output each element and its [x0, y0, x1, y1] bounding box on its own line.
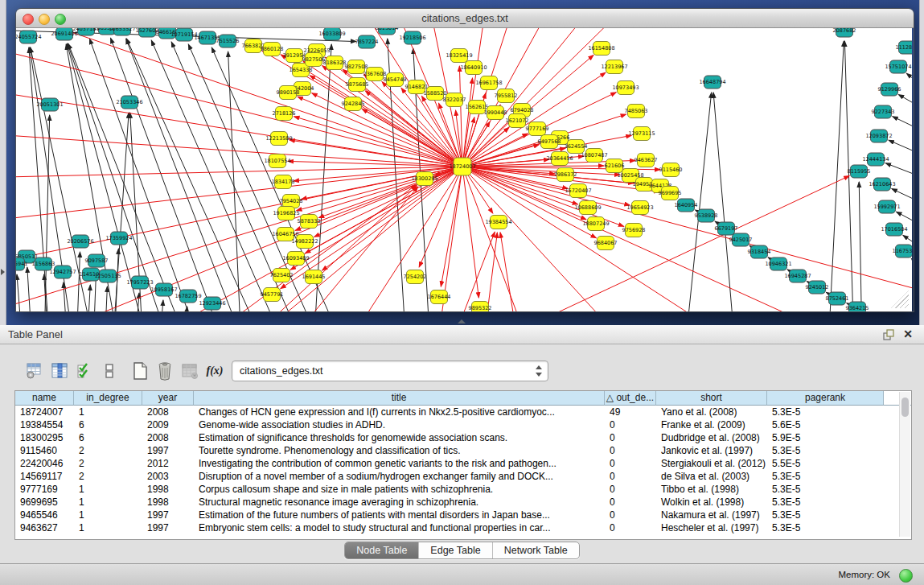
network-node[interactable]: 5875685	[346, 78, 369, 92]
table-cell[interactable]: 1	[74, 509, 142, 521]
zoom-window-button[interactable]	[55, 14, 66, 25]
table-cell[interactable]: 22420046	[15, 457, 74, 470]
table-cell[interactable]: 6	[74, 418, 142, 431]
table-cell[interactable]: Estimation of the future numbers of pati…	[194, 509, 605, 521]
network-node[interactable]: 9318454	[748, 245, 771, 258]
table-cell[interactable]: 2008	[142, 406, 194, 418]
table-cell[interactable]: 5.6E-5	[767, 418, 884, 431]
table-cell[interactable]: 14569117	[15, 470, 74, 483]
table-cell[interactable]: 1	[74, 406, 142, 418]
table-cell[interactable]: Wolkin et al. (1998)	[656, 496, 767, 509]
table-cell[interactable]: 0	[605, 470, 656, 483]
network-graph[interactable]: 2405572420691406240371811065532710653527…	[16, 28, 912, 311]
network-node[interactable]: 12444134	[862, 153, 889, 166]
network-node[interactable]: 18640910	[460, 61, 487, 75]
table-cell[interactable]: 1997	[142, 509, 194, 521]
table-scrollbar-thumb[interactable]	[901, 398, 909, 417]
table-cell[interactable]: 2	[74, 457, 142, 470]
network-node[interactable]: 10958167	[150, 283, 177, 296]
close-panel-icon[interactable]: ✕	[901, 328, 914, 340]
table-cell[interactable]: 5.3E-5	[767, 444, 884, 457]
network-node[interactable]: 7954028	[280, 195, 303, 208]
close-window-button[interactable]	[23, 14, 34, 25]
column-header-in_degree[interactable]: in_degree	[74, 391, 142, 406]
network-node[interactable]: 16648794	[699, 76, 725, 89]
table-cell[interactable]: Estimation of significance thresholds fo…	[194, 431, 605, 444]
network-node[interactable]: 7955812	[495, 89, 518, 103]
function-builder-icon[interactable]: f(x)	[204, 360, 225, 381]
network-node[interactable]: 19384554	[485, 216, 511, 229]
table-cell[interactable]: 5.3E-5	[767, 483, 884, 496]
table-cell[interactable]: Dudbridge et al. (2008)	[656, 431, 767, 444]
table-cell[interactable]: 5.3E-5	[767, 509, 884, 521]
network-node[interactable]: 6497568	[538, 135, 561, 149]
network-node[interactable]: 3624554	[565, 140, 588, 154]
table-cell[interactable]: 9463627	[15, 521, 74, 534]
column-header-title[interactable]: title	[194, 391, 605, 406]
network-node[interactable]: 9425017	[729, 233, 753, 246]
table-cell[interactable]: Corpus callosum shape and size in male p…	[194, 483, 605, 496]
table-cell[interactable]: 19384554	[15, 418, 74, 431]
column-header-year[interactable]: year	[142, 391, 194, 406]
network-node[interactable]: 17016504	[881, 223, 907, 236]
table-cell[interactable]: 5.9E-5	[767, 431, 884, 444]
network-node[interactable]: 9895322	[469, 302, 492, 312]
column-header-name[interactable]: name	[15, 391, 74, 406]
table-cell[interactable]: 1	[74, 521, 142, 534]
column-header-pagerank[interactable]: pagerank	[767, 391, 884, 406]
table-cell[interactable]: Franke et al. (2009)	[656, 418, 767, 431]
network-node[interactable]: 9364215	[846, 302, 869, 311]
table-cell[interactable]: 0	[605, 496, 656, 509]
table-cell[interactable]: 2009	[142, 418, 194, 431]
delete-icon[interactable]	[154, 360, 175, 381]
splitter-handle-icon[interactable]	[458, 319, 466, 323]
network-node[interactable]: 8752461	[826, 292, 849, 305]
table-cell[interactable]: Changes of HCN gene expression and I(f) …	[194, 406, 605, 418]
network-node[interactable]: 9890158	[277, 86, 300, 100]
network-node[interactable]: 8186328	[323, 56, 347, 70]
network-node[interactable]: 8454749	[384, 73, 407, 87]
network-node[interactable]: 9756928	[622, 224, 646, 237]
table-cell[interactable]: 0	[605, 444, 656, 457]
tab-network-table[interactable]: Network Table	[493, 542, 579, 558]
show-column-icon[interactable]	[49, 360, 70, 381]
network-node[interactable]: 1691445	[302, 270, 326, 284]
select-columns-icon[interactable]	[74, 360, 95, 381]
table-cell[interactable]: 18300295	[15, 431, 74, 444]
delete-table-icon[interactable]	[179, 360, 200, 381]
table-cell[interactable]: Disruption of a novel member of a sodium…	[194, 470, 605, 483]
table-cell[interactable]: 2012	[142, 457, 194, 470]
table-cell[interactable]: 0	[605, 521, 656, 534]
network-node[interactable]: 12093872	[865, 130, 892, 142]
table-cell[interactable]: 5.3E-5	[767, 406, 884, 418]
table-cell[interactable]: 9777169	[15, 483, 74, 496]
network-node[interactable]: 20051301	[36, 98, 63, 111]
network-node[interactable]: 1112856	[896, 41, 912, 54]
network-node[interactable]: 18325419	[446, 49, 472, 63]
column-header-short[interactable]: short	[656, 391, 767, 406]
table-cell[interactable]: Yano et al. (2008)	[656, 406, 767, 418]
network-node[interactable]: 7986372	[554, 168, 577, 182]
network-node[interactable]: 9538928	[695, 209, 718, 222]
network-node[interactable]: 16945287	[784, 270, 811, 282]
table-cell[interactable]: 1	[74, 496, 142, 509]
network-node[interactable]: 2087682	[833, 28, 856, 37]
network-node[interactable]: 7857224	[355, 35, 379, 48]
network-node[interactable]: 1834178	[272, 175, 295, 189]
network-node[interactable]: 2718126	[273, 107, 296, 121]
table-cell[interactable]: 2	[74, 444, 142, 457]
table-cell[interactable]: 5.3E-5	[767, 470, 884, 483]
network-node[interactable]: 9860128	[261, 43, 284, 56]
table-cell[interactable]: Tibbo et al. (1998)	[656, 483, 767, 496]
table-cell[interactable]: 1	[74, 483, 142, 496]
network-node[interactable]: 5878333	[298, 215, 321, 229]
table-cell[interactable]: 1998	[142, 483, 194, 496]
table-cell[interactable]: 9465546	[15, 509, 74, 521]
network-node[interactable]: 9227343	[872, 105, 895, 118]
minimize-window-button[interactable]	[39, 14, 50, 25]
table-cell[interactable]: Jankovic et al. (1997)	[656, 444, 767, 457]
table-cell[interactable]: Nakamura et al. (1997)	[656, 509, 767, 521]
table-mode-icon[interactable]	[24, 360, 45, 381]
network-node[interactable]: 9115460	[659, 163, 683, 177]
tab-edge-table[interactable]: Edge Table	[419, 542, 492, 558]
